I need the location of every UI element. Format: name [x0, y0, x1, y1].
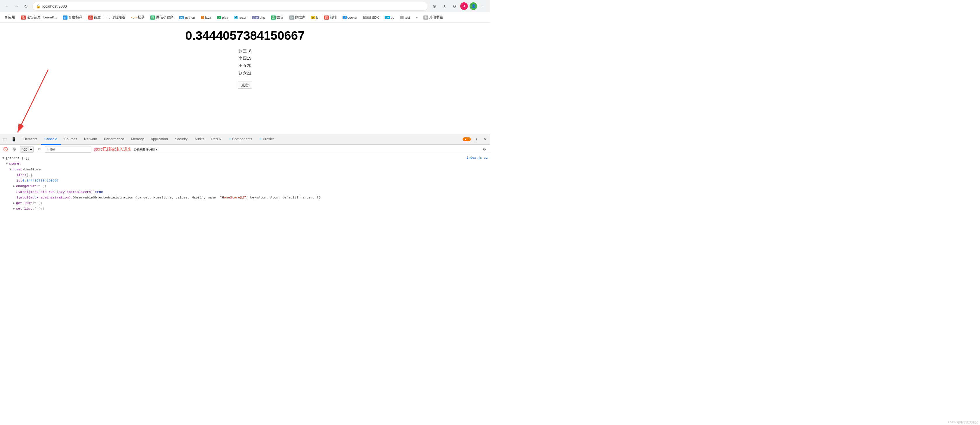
- bookmark-play[interactable]: ▷ play: [216, 15, 229, 20]
- tab-performance[interactable]: Performance: [100, 134, 127, 145]
- tab-sources[interactable]: Sources: [61, 134, 81, 145]
- console-line: list: (…): [2, 172, 488, 178]
- bookmark-forum[interactable]: 论 论坛首页 | LearnK...: [20, 14, 58, 20]
- console-line: ▼ home: HomeStore: [2, 166, 488, 172]
- bookmarks-bar: ⊞ 应用 论 论坛首页 | LearnK... 百 百度翻译 百 百度一下，你就…: [0, 12, 490, 23]
- profile-button[interactable]: J: [460, 2, 468, 10]
- main-content: 0.3444057384150667 张三18 李四19 王五20 赵六21 点…: [0, 23, 490, 134]
- bookmark-test[interactable]: T test: [399, 15, 411, 20]
- tab-profiler[interactable]: ⚛Profiler: [256, 134, 277, 145]
- list-items: 张三18 李四19 王五20 赵六21: [185, 47, 305, 77]
- console-output: ▼ {store: {…}} index.js:32 ▼ store: ▼ ho…: [0, 154, 490, 212]
- nav-bar: ← → ↻ 🔒 localhost:3000 ⊕ ★ ⚙ J 👤 ⋮: [0, 0, 490, 12]
- expand-icon[interactable]: ▶: [13, 201, 15, 206]
- console-line: id: 0.3444057384150667: [2, 178, 488, 183]
- bookmark-frontend[interactable]: 前 前端: [323, 14, 338, 20]
- bookmark-js[interactable]: js js: [310, 15, 320, 20]
- expand-icon[interactable]: ▶: [13, 206, 15, 211]
- context-selector[interactable]: top: [20, 146, 33, 153]
- prop-key: store:: [9, 161, 21, 166]
- prop-value: f (): [38, 184, 46, 189]
- extensions-button[interactable]: ⊕: [430, 2, 439, 10]
- prop-value: (…): [27, 173, 33, 177]
- bookmark-php[interactable]: php php: [251, 15, 266, 20]
- console-line: ▶ __proto__: Object: [2, 212, 488, 212]
- expand-icon[interactable]: ▼: [6, 161, 8, 166]
- url-text: localhost:3000: [42, 4, 67, 8]
- clear-console-button[interactable]: 🚫: [2, 146, 9, 153]
- bookmark-apps[interactable]: ⊞ 应用: [3, 14, 16, 20]
- devtools-more-button[interactable]: ⋮: [473, 136, 479, 143]
- prop-key: __proto__:: [16, 212, 36, 212]
- devtools-tabs-bar: ⬚ 📱 Elements Console Sources Network Per…: [0, 134, 490, 145]
- default-levels-button[interactable]: Default levels ▾: [134, 147, 158, 152]
- prop-value: 0.3444057384150667: [22, 178, 59, 183]
- bookmark-sdk[interactable]: SDK SDK: [362, 15, 380, 20]
- more-button[interactable]: ⋮: [479, 2, 487, 10]
- devtools-panel: ⬚ 📱 Elements Console Sources Network Per…: [0, 134, 490, 212]
- settings-button[interactable]: ⚙: [450, 2, 458, 10]
- prop-key: Symbol(mobx administration):: [16, 195, 73, 200]
- bookmark-baidu-translate[interactable]: 百 百度翻译: [62, 14, 84, 20]
- avatar-button[interactable]: 👤: [469, 2, 477, 10]
- console-line: ▶ changeList: f (): [2, 183, 488, 189]
- bookmark-python[interactable]: py python: [178, 15, 196, 20]
- prop-value: HomeStore: [22, 167, 41, 172]
- inspect-element-button[interactable]: ⬚: [2, 136, 8, 143]
- address-bar[interactable]: 🔒 localhost:3000: [32, 2, 428, 11]
- tab-security[interactable]: Security: [172, 134, 191, 145]
- device-toggle-button[interactable]: 📱: [11, 136, 17, 143]
- toggle-filter-button[interactable]: ⊘: [11, 146, 18, 153]
- bookmark-more[interactable]: »: [415, 15, 419, 20]
- tab-network[interactable]: Network: [81, 134, 100, 145]
- prop-key: get list:: [16, 201, 34, 206]
- console-line: ▶ get list: f (): [2, 200, 488, 206]
- console-line: ▼ {store: {…}} index.js:32: [2, 155, 488, 161]
- bookmark-go[interactable]: go go: [383, 15, 395, 20]
- bookmark-baidu[interactable]: 百 百度一下，你就知道: [87, 14, 126, 20]
- prop-key: Symbol(mobx did run lazy initializers):: [16, 189, 95, 194]
- tab-components[interactable]: ⚛Components: [225, 134, 256, 145]
- tab-redux[interactable]: Redux: [208, 134, 225, 145]
- filter-input[interactable]: [45, 146, 91, 153]
- bookmark-java[interactable]: J java: [200, 15, 212, 20]
- browser-chrome: ← → ↻ 🔒 localhost:3000 ⊕ ★ ⚙ J 👤 ⋮ ⊞ 应用 …: [0, 0, 490, 23]
- forward-button[interactable]: →: [12, 2, 21, 10]
- eye-button[interactable]: 👁: [36, 146, 42, 153]
- bookmark-button[interactable]: ★: [441, 2, 449, 10]
- console-settings-button[interactable]: ⚙: [481, 146, 488, 153]
- expand-icon[interactable]: ▼: [10, 167, 11, 172]
- console-line: Symbol(mobx administration): ObservableO…: [2, 195, 488, 200]
- prop-value: f (v): [34, 206, 45, 211]
- tab-console[interactable]: Console: [41, 134, 61, 145]
- back-button[interactable]: ←: [3, 2, 11, 10]
- prop-key: list:: [16, 173, 27, 177]
- prop-key: set list:: [16, 206, 34, 211]
- expand-icon[interactable]: ▼: [2, 155, 5, 160]
- tab-elements[interactable]: Elements: [19, 134, 41, 145]
- source-link[interactable]: index.js:32: [466, 155, 488, 160]
- bookmark-login[interactable]: </> 登录: [130, 14, 146, 20]
- console-text: {store: {…}}: [6, 155, 30, 160]
- list-item: 赵六21: [185, 70, 305, 77]
- bookmark-wechat[interactable]: 微 微信: [270, 14, 285, 20]
- bookmark-other-books[interactable]: 书 其他书籍: [422, 14, 444, 20]
- tab-application[interactable]: Application: [147, 134, 172, 145]
- reload-button[interactable]: ↻: [22, 2, 30, 10]
- lock-icon: 🔒: [36, 4, 41, 8]
- devtools-close-button[interactable]: ✕: [482, 136, 488, 143]
- bookmark-docker[interactable]: D docker: [341, 15, 359, 20]
- prop-key: id:: [16, 178, 22, 183]
- expand-icon[interactable]: ▶: [13, 212, 15, 212]
- console-line: ▶ set list: f (v): [2, 206, 488, 211]
- list-item: 张三18: [185, 47, 305, 55]
- expand-icon[interactable]: ▶: [13, 184, 15, 189]
- bookmark-wechat-mini[interactable]: 微 微信小程序: [149, 14, 175, 20]
- bookmark-database[interactable]: 数 数据库: [288, 14, 307, 20]
- prop-value: ObservableObjectAdministration {target: …: [73, 195, 321, 200]
- big-number: 0.3444057384150667: [185, 29, 305, 43]
- tab-memory[interactable]: Memory: [127, 134, 147, 145]
- click-button[interactable]: 点击: [238, 81, 252, 89]
- bookmark-react[interactable]: R react: [233, 15, 247, 20]
- tab-audits[interactable]: Audits: [191, 134, 208, 145]
